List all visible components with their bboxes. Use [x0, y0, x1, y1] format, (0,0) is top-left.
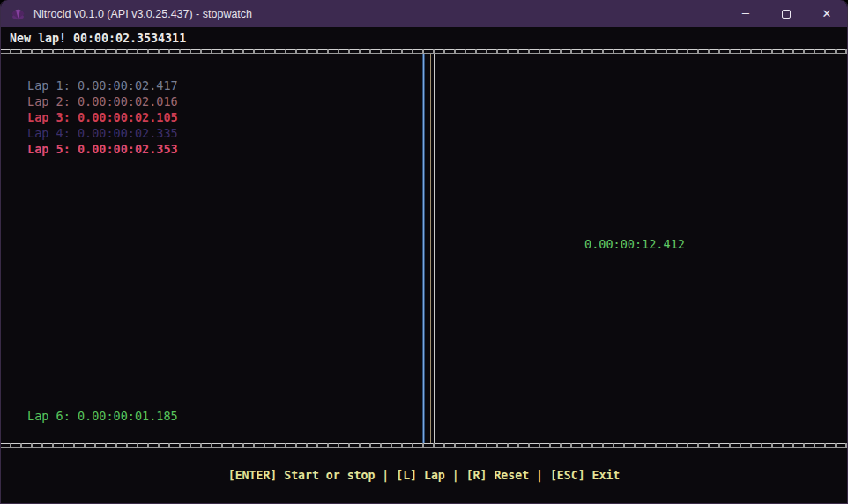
app-window: Nitrocid v0.1.0 (API v3.0.25.437) - stop…: [0, 0, 848, 504]
close-button[interactable]: ✕: [807, 0, 847, 27]
left-panel-border: [422, 54, 425, 443]
window-title: Nitrocid v0.1.0 (API v3.0.25.437) - stop…: [33, 8, 252, 20]
minimize-icon: ─: [742, 7, 749, 20]
close-icon: ✕: [822, 7, 832, 20]
lap-entry: Lap 3: 0.00:00:02.105: [27, 109, 178, 125]
elapsed-time: 0.00:00:12.412: [584, 237, 685, 251]
maximize-button[interactable]: [766, 0, 807, 27]
keybindings-bar: [ENTER] Start or stop | [L] Lap | [R] Re…: [1, 448, 847, 503]
lap-entry: Lap 1: 0.00:00:02.417: [27, 78, 178, 93]
window-controls: ─ ✕: [725, 0, 847, 27]
status-message: New lap! 00:00:02.3534311: [1, 27, 847, 49]
current-lap-entry: Lap 6: 0.00:00:01.185: [27, 409, 178, 423]
laps-panel: Lap 1: 0.00:00:02.417Lap 2: 0.00:00:02.0…: [1, 54, 422, 443]
maximize-icon: [782, 10, 791, 19]
title-bar: Nitrocid v0.1.0 (API v3.0.25.437) - stop…: [1, 0, 847, 27]
lap-entry: Lap 2: 0.00:00:02.016: [27, 93, 178, 109]
main-area: Lap 1: 0.00:00:02.417Lap 2: 0.00:00:02.0…: [1, 49, 847, 448]
minimize-button[interactable]: ─: [725, 0, 766, 27]
elapsed-panel: 0.00:00:12.412: [435, 54, 847, 443]
lap-entry: Lap 4: 0.00:00:02.335: [27, 125, 178, 141]
lap-entry: Lap 5: 0.00:00:02.353: [27, 141, 178, 157]
lap-list: Lap 1: 0.00:00:02.417Lap 2: 0.00:00:02.0…: [27, 78, 178, 157]
app-icon: [11, 7, 26, 21]
